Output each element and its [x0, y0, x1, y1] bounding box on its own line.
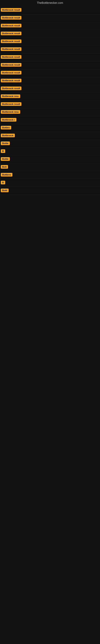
bottleneck-badge[interactable]: Bottlens	[1, 173, 12, 176]
list-item: Bottleneck result	[0, 14, 100, 22]
list-item: Bott	[0, 164, 100, 171]
bottleneck-badge[interactable]: Bottle	[1, 157, 10, 161]
bottleneck-badge[interactable]: Bottleneck r	[1, 118, 16, 122]
bottleneck-badge[interactable]: Bottleneck result	[1, 86, 21, 90]
list-item: Bottle	[0, 140, 100, 148]
list-item: Bottleneck result	[0, 30, 100, 38]
list-item: B	[0, 179, 100, 187]
list-item: Bottleneck result	[0, 46, 100, 54]
bottleneck-badge[interactable]: Bottleneck result	[1, 71, 21, 74]
list-item: Bottleneck result	[0, 77, 100, 85]
bottleneck-badge[interactable]: Bottleneck result	[1, 79, 21, 82]
list-item: Bottleneck result	[0, 38, 100, 46]
bottleneck-badge[interactable]: Bottleneck result	[1, 8, 21, 12]
list-item: Bottleneck result	[0, 22, 100, 30]
list-item: Bottleneck result	[0, 100, 100, 108]
list-item: Bottleneck resu	[0, 93, 100, 100]
bottleneck-badge[interactable]: B	[1, 181, 5, 184]
list-item: Bottleneck result	[0, 62, 100, 69]
entries-container: Bottleneck resultBottleneck resultBottle…	[0, 6, 100, 195]
list-item: Bottl	[0, 187, 100, 195]
bottleneck-badge[interactable]: Bottl	[1, 188, 9, 192]
list-item: Bottleneck r	[0, 116, 100, 124]
bottleneck-badge[interactable]: Bottleneck result	[1, 16, 21, 20]
bottleneck-badge[interactable]: Bottleneck result	[1, 40, 21, 43]
bottleneck-badge[interactable]: B	[1, 149, 5, 153]
bottleneck-badge[interactable]: Bottleneck resu	[1, 110, 20, 114]
list-item: B	[0, 148, 100, 156]
bottleneck-badge[interactable]: Bottle	[1, 142, 10, 145]
list-item: Bottle	[0, 156, 100, 164]
bottleneck-badge[interactable]: Bottleneck	[1, 134, 15, 137]
bottleneck-badge[interactable]: Bottleneck result	[1, 102, 21, 106]
list-item: Bottleneck resu	[0, 108, 100, 116]
list-item: Bottleneck	[0, 132, 100, 140]
site-header: TheBottlenecker.com	[0, 0, 100, 6]
list-item: Bottlens	[0, 171, 100, 179]
bottleneck-badge[interactable]: Bottleneck result	[1, 47, 21, 51]
bottleneck-badge[interactable]: Bottlen	[1, 126, 11, 130]
bottleneck-badge[interactable]: Bottleneck resu	[1, 94, 20, 98]
list-item: Bottleneck result	[0, 6, 100, 14]
bottleneck-badge[interactable]: Bottleneck result	[1, 55, 21, 59]
bottleneck-badge[interactable]: Bott	[1, 165, 8, 169]
bottleneck-badge[interactable]: Bottleneck result	[1, 24, 21, 27]
list-item: Bottlen	[0, 124, 100, 132]
list-item: Bottleneck result	[0, 85, 100, 93]
list-item: Bottleneck result	[0, 54, 100, 62]
site-title: TheBottlenecker.com	[0, 0, 100, 6]
bottleneck-badge[interactable]: Bottleneck result	[1, 32, 21, 35]
bottleneck-badge[interactable]: Bottleneck result	[1, 63, 21, 66]
list-item: Bottleneck result	[0, 69, 100, 77]
